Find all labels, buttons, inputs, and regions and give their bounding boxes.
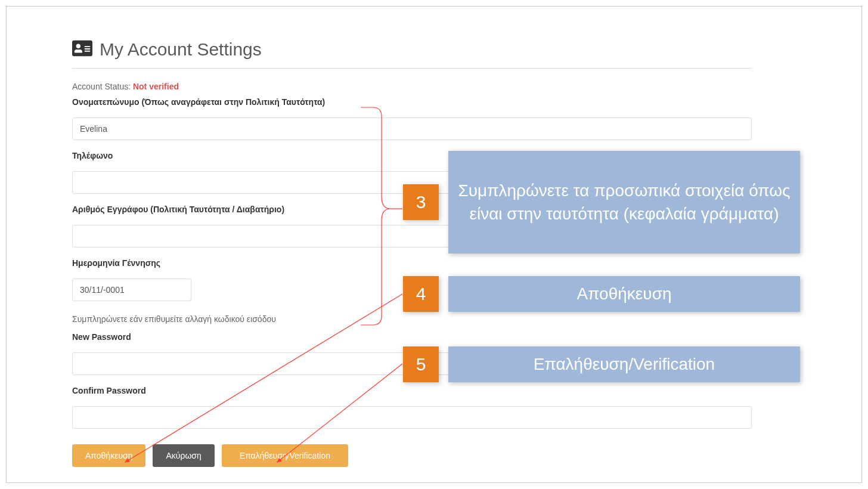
callout-5: 5 Επαλήθευση/Verification (403, 346, 800, 382)
callout-5-number: 5 (403, 346, 439, 382)
fullname-input[interactable] (72, 117, 752, 140)
divider (72, 68, 752, 69)
callout-4: 4 Αποθήκευση (403, 276, 800, 312)
new-password-label: New Password (72, 332, 752, 342)
confirm-password-label: Confirm Password (72, 386, 752, 395)
callout-3-number: 3 (403, 184, 439, 220)
confirm-password-input[interactable] (72, 406, 752, 429)
callout-5-text: Επαλήθευση/Verification (448, 346, 800, 382)
page-frame: My Account Settings Account Status: Not … (6, 6, 862, 483)
page-title: My Account Settings (100, 39, 262, 60)
callout-4-number: 4 (403, 276, 439, 312)
button-row: Αποθήκευση Ακύρωση Επαλήθευση/Verificati… (72, 444, 752, 467)
account-status-label: Account Status: (72, 82, 131, 91)
birthdate-input[interactable] (72, 278, 191, 301)
account-status-value: Not verified (133, 82, 179, 91)
callout-3-text: Συμπληρώνετε τα προσωπικά στοιχεία όπως … (448, 151, 800, 253)
save-button[interactable]: Αποθήκευση (72, 444, 145, 467)
verify-button[interactable]: Επαλήθευση/Verification (222, 444, 348, 467)
password-helper-text: Συμπληρώνετε εάν επιθυμείτε αλλαγή κωδικ… (72, 314, 752, 324)
callout-4-text: Αποθήκευση (448, 276, 800, 312)
cancel-button[interactable]: Ακύρωση (153, 444, 214, 467)
fullname-label: Ονοματεπώνυμο (Όπως αναγράφεται στην Πολ… (72, 97, 752, 107)
id-card-icon (72, 39, 92, 60)
account-status: Account Status: Not verified (72, 82, 752, 91)
callout-3: 3 Συμπληρώνετε τα προσωπικά στοιχεία όπω… (403, 151, 800, 253)
birthdate-label: Ημερομηνία Γέννησης (72, 258, 752, 268)
page-header: My Account Settings (72, 39, 752, 60)
